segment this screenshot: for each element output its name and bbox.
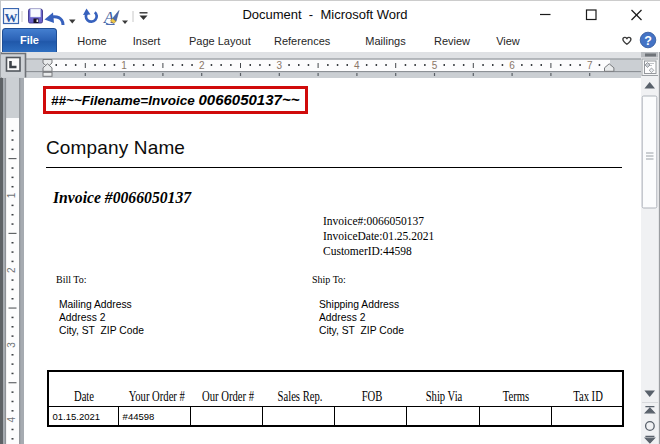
svg-text:3: 3 (277, 60, 283, 71)
svg-text:4: 4 (6, 416, 17, 422)
svg-text:4: 4 (354, 60, 360, 71)
svg-text:?: ? (644, 34, 652, 48)
svg-text:5: 5 (432, 60, 438, 71)
svg-text:2: 2 (6, 267, 17, 273)
svg-text:1: 1 (121, 60, 127, 71)
svg-text:2: 2 (199, 60, 205, 71)
svg-text:3: 3 (6, 342, 17, 348)
svg-text:W: W (5, 10, 18, 25)
svg-text:6: 6 (509, 60, 515, 71)
svg-text:7: 7 (587, 60, 593, 71)
svg-text:1: 1 (6, 192, 17, 198)
